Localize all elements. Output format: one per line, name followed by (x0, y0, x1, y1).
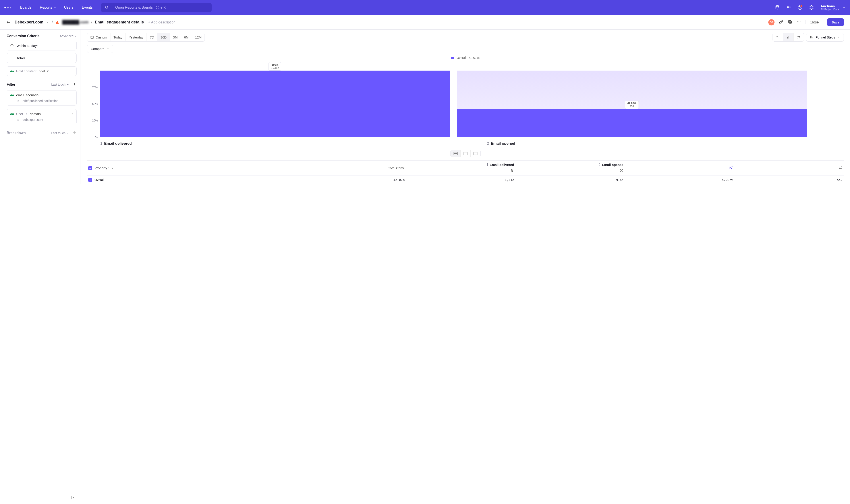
bar-label-step-2: 42.07% 552 (625, 101, 639, 109)
table-layout-bottom-icon[interactable] (471, 150, 480, 157)
hold-constant-value: brief_id (39, 69, 50, 73)
card-overflow-icon[interactable]: ⋮ (71, 112, 74, 115)
column-property[interactable]: Property 1 (88, 166, 295, 170)
range-7d[interactable]: 7D (147, 33, 157, 41)
top-nav: Boards Reports Users Events Open Reports… (0, 0, 850, 15)
global-search[interactable]: Open Reports & Boards ⌘ + K (101, 3, 212, 12)
y-tick: 0% (94, 136, 98, 139)
advanced-toggle[interactable]: Advanced (60, 34, 76, 38)
chevron-down-icon[interactable] (46, 21, 49, 24)
card-overflow-icon[interactable]: ⋮ (71, 69, 74, 73)
database-icon[interactable] (775, 5, 780, 10)
svg-rect-16 (789, 21, 792, 23)
project-switcher[interactable]: Auctions All Project Data (820, 4, 846, 11)
column-total-conv[interactable]: Total Conv. (388, 166, 405, 170)
search-placeholder: Open Reports & Boards (115, 5, 153, 10)
search-shortcut: ⌘ + K (156, 5, 166, 10)
nav-users[interactable]: Users (64, 5, 73, 10)
svg-point-3 (787, 6, 788, 7)
range-6m[interactable]: 6M (181, 33, 192, 41)
chart-measure-label: Funnel Steps (816, 35, 835, 39)
settings-gear-icon[interactable] (809, 5, 814, 10)
close-button[interactable]: Close (805, 20, 823, 24)
view-bar-chart-icon[interactable] (783, 33, 794, 41)
conversion-rate-icon[interactable]: % (623, 165, 733, 170)
count-icon[interactable] (510, 168, 514, 173)
filter-operator: Is (17, 99, 19, 103)
text-property-icon: Aa (10, 70, 14, 73)
legend-swatch (451, 57, 454, 59)
svg-line-44 (798, 36, 798, 38)
svg-point-19 (798, 21, 799, 22)
filter-property-prefix: User (16, 112, 23, 116)
more-overflow-icon[interactable] (797, 20, 801, 25)
conversion-window[interactable]: Within 30 days (7, 41, 76, 51)
svg-point-7 (789, 7, 789, 8)
funnel-bar-step-2[interactable] (457, 109, 807, 137)
checkbox-icon[interactable] (88, 166, 92, 170)
sidebar: Conversion Criteria Advanced Within 30 d… (0, 30, 81, 184)
svg-point-2 (776, 5, 779, 7)
row-label: Overall (94, 178, 104, 182)
text-property-icon: Aa (10, 112, 14, 116)
range-12m[interactable]: 12M (192, 33, 205, 41)
list-icon (10, 56, 14, 60)
chart-measure-selector[interactable]: Funnel Steps (806, 33, 844, 41)
filter-card[interactable]: Aa email_scenario Is brief.published.not… (7, 90, 76, 106)
funnel-bar-step-1[interactable] (100, 71, 450, 137)
filter-attribution[interactable]: Last touch (51, 83, 69, 86)
copy-icon[interactable] (788, 20, 792, 25)
view-numeric-icon[interactable] (794, 33, 804, 41)
add-filter-button[interactable] (73, 82, 76, 87)
breadcrumb-domain[interactable]: Debexpert.com (15, 20, 43, 24)
y-tick: 75% (92, 86, 98, 89)
row-step2-time: 9.6h (514, 178, 623, 182)
data-table: Property 1 Total Conv. 1Email delivered … (87, 160, 844, 184)
add-breakdown-button[interactable] (73, 130, 76, 135)
svg-rect-54 (474, 152, 477, 155)
checkbox-icon[interactable] (88, 178, 92, 182)
hold-constant-card[interactable]: Aa Hold constant brief_id ⋮ (7, 66, 76, 76)
row-step2-count: 552 (733, 178, 843, 182)
svg-line-58 (511, 169, 512, 172)
svg-rect-15 (58, 22, 59, 24)
compare-toggle[interactable]: Compare (87, 45, 113, 53)
range-30d[interactable]: 30D (157, 33, 170, 41)
add-description[interactable]: + Add description... (148, 20, 179, 24)
report-title[interactable]: Email engagement details (95, 20, 144, 24)
breakdown-attribution[interactable]: Last touch (51, 131, 69, 135)
column-step-2[interactable]: 2Email opened (599, 163, 623, 167)
range-yesterday[interactable]: Yesterday (126, 33, 147, 41)
compare-label: Compare (91, 47, 105, 51)
time-to-convert-icon[interactable] (620, 168, 623, 173)
range-today[interactable]: Today (110, 33, 126, 41)
apps-grid-icon[interactable] (786, 5, 791, 10)
column-step-1[interactable]: 1Email delivered (486, 163, 514, 167)
back-arrow-icon[interactable] (6, 20, 11, 24)
table-layout-split-icon[interactable] (451, 150, 461, 157)
user-avatar[interactable]: OZ (768, 19, 775, 25)
nav-boards[interactable]: Boards (20, 5, 32, 10)
save-button[interactable]: Save (827, 18, 844, 26)
range-custom[interactable]: Custom (87, 33, 110, 41)
range-3m[interactable]: 3M (170, 33, 181, 41)
nav-reports[interactable]: Reports (40, 5, 56, 10)
help-icon[interactable] (798, 5, 802, 10)
nav-events[interactable]: Events (82, 5, 93, 10)
table-view-selector (87, 150, 844, 157)
share-link-icon[interactable] (779, 20, 783, 25)
svg-rect-13 (56, 22, 57, 24)
date-range-selector: Custom Today Yesterday 7D 30D 3M 6M 12M (87, 33, 205, 41)
table-layout-top-icon[interactable] (461, 150, 471, 157)
filter-card[interactable]: Aa User domain Is debexpert.com ⋮ (7, 109, 76, 124)
chart-legend[interactable]: Overall · 42.07% (87, 56, 844, 59)
table-row[interactable]: Overall 42.07% 1,312 9.6h 42.07% 552 (87, 176, 844, 184)
count-icon[interactable] (733, 166, 843, 170)
svg-point-18 (797, 21, 798, 22)
app-menu-dots[interactable] (4, 7, 11, 8)
chevron-down-icon (837, 36, 840, 38)
card-overflow-icon[interactable]: ⋮ (71, 93, 74, 97)
counting-method[interactable]: Totals (7, 53, 76, 63)
view-linear-icon[interactable] (773, 33, 783, 41)
filter-value: debexpert.com (22, 118, 43, 122)
